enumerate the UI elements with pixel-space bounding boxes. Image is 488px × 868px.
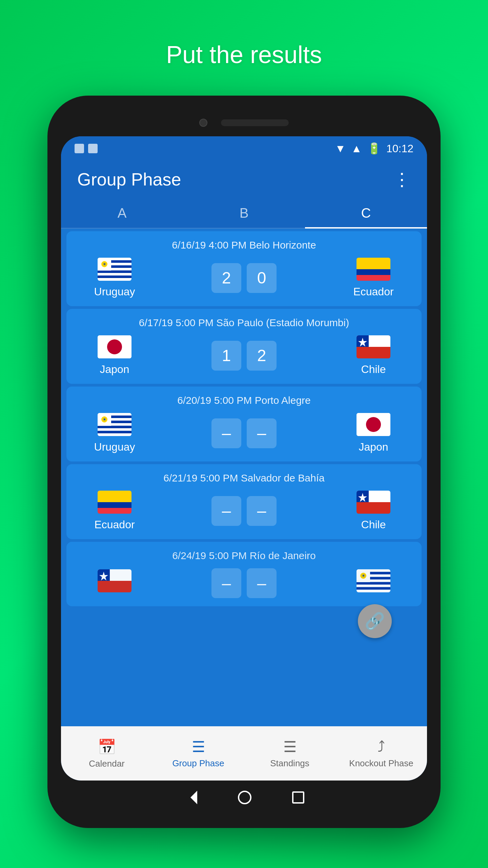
away-score-4[interactable]: – — [247, 496, 277, 526]
home-team-5 — [77, 569, 152, 597]
home-team-1: ☀ Uruguay — [77, 258, 152, 298]
svg-rect-8 — [357, 258, 390, 269]
away-team-5: ☀ — [336, 569, 411, 597]
away-team-3: Japon — [336, 413, 411, 453]
flag-chile-4 — [357, 491, 390, 514]
flag-japan — [98, 335, 131, 358]
match-card-1: 6/16/19 4:00 PM Belo Horizonte — [66, 231, 422, 306]
svg-rect-32 — [357, 502, 390, 514]
match-teams-3: ☀ Uruguay – – — [77, 413, 411, 453]
svg-text:☀: ☀ — [361, 573, 366, 578]
away-score-1[interactable]: 0 — [247, 263, 277, 293]
wifi-icon: ▼ — [335, 142, 346, 155]
group-phase-icon: ☰ — [192, 738, 205, 755]
home-team-3: ☀ Uruguay — [77, 413, 152, 453]
away-score-5[interactable]: – — [247, 568, 277, 598]
svg-rect-9 — [357, 269, 390, 275]
nav-knockout-phase[interactable]: ⤴ Knockout Phase — [336, 726, 427, 781]
away-team-name-4: Chile — [361, 518, 386, 531]
nav-calendar[interactable]: 📅 Calendar — [61, 726, 152, 781]
home-team-4: Ecuador — [77, 491, 152, 531]
tab-a[interactable]: A — [61, 198, 183, 228]
phone-speaker — [221, 119, 289, 126]
svg-rect-22 — [98, 431, 131, 434]
match-date-4: 6/21/19 5:00 PM Salvador de Bahía — [77, 472, 411, 484]
home-score-1[interactable]: 2 — [211, 263, 241, 293]
flag-ecuador-4 — [98, 491, 131, 514]
match-date-5: 6/24/19 5:00 PM Río de Janeiro — [77, 550, 411, 561]
recents-button[interactable] — [292, 791, 304, 804]
match-card-5: 6/24/19 5:00 PM Río de Janeiro — [66, 542, 422, 606]
match-card-3: 6/20/19 5:00 PM Porto Alegre — [66, 387, 422, 461]
svg-text:☀: ☀ — [102, 261, 107, 267]
flag-japan-3 — [357, 413, 390, 436]
status-icon-2 — [88, 144, 98, 153]
svg-rect-36 — [98, 581, 131, 592]
away-team-name-1: Ecuador — [353, 285, 393, 298]
knockout-phase-icon: ⤴ — [378, 738, 385, 755]
match-date-1: 6/16/19 4:00 PM Belo Horizonte — [77, 239, 411, 251]
tab-b[interactable]: B — [183, 198, 305, 228]
svg-rect-42 — [357, 582, 390, 585]
status-icon-1 — [75, 144, 84, 153]
signal-icon: ▲ — [351, 142, 362, 155]
phone-bottom-bar — [61, 781, 427, 814]
home-score-2[interactable]: 1 — [211, 341, 241, 371]
home-button[interactable] — [238, 791, 251, 804]
home-team-name-3: Uruguay — [94, 441, 135, 453]
back-button[interactable] — [184, 791, 197, 804]
match-date-3: 6/20/19 5:00 PM Porto Alegre — [77, 395, 411, 406]
match-card-4: 6/21/19 5:00 PM Salvador de Bahía Ecuado… — [66, 464, 422, 539]
bottom-nav: 📅 Calendar ☰ Group Phase ☰ Standings ⤴ K… — [61, 726, 427, 781]
score-box-2: 1 2 — [211, 341, 277, 371]
battery-icon: 🔋 — [367, 142, 381, 155]
svg-point-12 — [107, 339, 122, 354]
svg-rect-4 — [98, 276, 131, 278]
home-score-5[interactable]: – — [211, 568, 241, 598]
phone-top-bar — [61, 109, 427, 136]
standings-icon: ☰ — [283, 738, 297, 755]
score-box-3: – – — [211, 418, 277, 448]
phone-screen: ▼ ▲ 🔋 10:12 Group Phase ⋮ A B C — [61, 136, 427, 781]
flag-chile-2 — [357, 335, 390, 358]
more-options-icon[interactable]: ⋮ — [393, 169, 411, 190]
svg-point-27 — [366, 417, 381, 432]
match-teams-1: ☀ Uruguay 2 0 — [77, 258, 411, 298]
share-fab[interactable]: 🔗 — [358, 604, 392, 638]
flag-uruguay-3: ☀ — [98, 413, 131, 436]
home-team-name-1: Uruguay — [94, 285, 135, 298]
nav-knockout-phase-label: Knockout Phase — [349, 758, 413, 769]
away-team-name-2: Chile — [361, 363, 386, 376]
away-score-3[interactable]: – — [247, 418, 277, 448]
svg-rect-10 — [357, 275, 390, 281]
home-team-name-4: Ecuador — [94, 518, 135, 531]
flag-ecuador — [357, 258, 390, 281]
status-icons-left — [75, 144, 98, 153]
svg-rect-3 — [98, 271, 131, 273]
home-team-2: Japon — [77, 335, 152, 376]
status-bar: ▼ ▲ 🔋 10:12 — [61, 136, 427, 161]
away-score-2[interactable]: 2 — [247, 341, 277, 371]
tabs-bar: A B C — [61, 198, 427, 229]
app-bar: Group Phase ⋮ — [61, 161, 427, 198]
score-box-5: – – — [211, 568, 277, 598]
svg-rect-15 — [357, 347, 390, 358]
phone-shell: ▼ ▲ 🔋 10:12 Group Phase ⋮ A B C — [47, 96, 441, 828]
home-score-4[interactable]: – — [211, 496, 241, 526]
match-teams-5: – – — [77, 568, 411, 598]
match-teams-4: Ecuador – – — [77, 491, 411, 531]
svg-text:☀: ☀ — [102, 417, 107, 422]
away-team-4: Chile — [336, 491, 411, 531]
home-score-3[interactable]: – — [211, 418, 241, 448]
away-team-2: Chile — [336, 335, 411, 376]
score-box-4: – – — [211, 496, 277, 526]
nav-standings[interactable]: ☰ Standings — [244, 726, 336, 781]
away-team-name-3: Japon — [359, 441, 388, 453]
tab-c[interactable]: C — [305, 198, 427, 228]
phone-camera — [199, 119, 207, 127]
nav-group-phase[interactable]: ☰ Group Phase — [152, 726, 244, 781]
away-team-1: Ecuador — [336, 258, 411, 298]
svg-rect-21 — [98, 426, 131, 429]
calendar-icon: 📅 — [98, 738, 116, 756]
app-bar-title: Group Phase — [77, 169, 181, 190]
